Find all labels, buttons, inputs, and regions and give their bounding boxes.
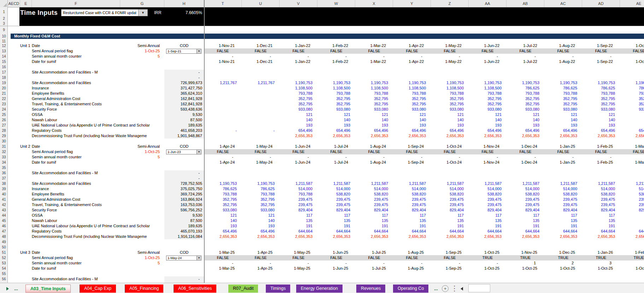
value-cell[interactable]: 352,795 <box>431 96 464 101</box>
value-cell[interactable]: 2,656,353 <box>431 133 464 139</box>
sumif-date-cell[interactable]: 1-Oct-25 <box>507 266 537 271</box>
value-cell[interactable]: 352,795 <box>507 101 539 107</box>
value-cell[interactable]: 538,820 <box>317 192 350 197</box>
flag-cell[interactable]: FALSE <box>582 48 620 54</box>
column-header-E[interactable]: E <box>20 0 32 7</box>
value-cell[interactable]: 1,108,500 <box>355 86 388 91</box>
flag-cell[interactable]: FALSE <box>280 255 317 260</box>
row-header-40[interactable]: 40 <box>0 192 8 197</box>
flag-cell[interactable]: FALSE <box>544 48 582 54</box>
value-cell[interactable]: 786,625 <box>544 86 577 91</box>
value-cell[interactable]: 644,664 <box>582 229 615 234</box>
date-cell[interactable]: 1-Jun-24 <box>280 144 310 149</box>
counter-cell[interactable]: - <box>469 260 498 266</box>
column-header-H[interactable]: H <box>164 0 204 7</box>
counter-cell[interactable]: 1 <box>507 260 536 266</box>
h-dash-cell[interactable]: - <box>164 176 200 181</box>
row-total[interactable]: 87,500 <box>164 218 202 223</box>
row-header-42[interactable]: 42 <box>0 202 8 207</box>
value-cell[interactable]: 239,475 <box>544 202 577 207</box>
date-cell[interactable]: 1-Feb-25 <box>582 144 613 149</box>
value-cell[interactable]: 654,496 <box>204 229 237 234</box>
value-cell[interactable]: 193 <box>620 123 644 128</box>
counter-cell[interactable]: - <box>242 260 271 266</box>
value-cell[interactable]: 239,475 <box>431 202 464 207</box>
value-cell[interactable]: 2,656,353 <box>507 234 539 239</box>
value-cell[interactable]: 121 <box>582 112 615 117</box>
value-cell[interactable]: 654,496 <box>280 128 312 133</box>
scenario-dropdown[interactable]: Resturctured Case with CCR & FOMR update… <box>61 9 148 16</box>
value-cell[interactable]: 1,190,753 <box>242 181 275 186</box>
value-cell[interactable]: 538,820 <box>620 192 644 197</box>
row-header-20[interactable]: 20 <box>0 86 8 91</box>
value-cell[interactable]: 829,404 <box>280 207 312 213</box>
value-cell[interactable]: 121 <box>544 112 577 117</box>
row-header-24[interactable]: 24 <box>0 107 8 112</box>
sumif-date-cell[interactable]: 1-Sep-22 <box>582 59 613 64</box>
column-header-Y[interactable]: Y <box>393 0 431 7</box>
sumif-date-cell[interactable]: 1-Dec-21 <box>242 59 273 64</box>
row-total[interactable]: 189,635 <box>164 223 202 229</box>
value-cell[interactable]: 1,211,587 <box>431 181 464 186</box>
sheet-tab-a05-financing[interactable]: A05_Financing <box>125 285 163 293</box>
row-total[interactable]: 728,752,505 <box>164 181 202 186</box>
column-header-AA[interactable]: AA <box>469 0 507 7</box>
value-cell[interactable]: 239,475 <box>620 202 644 207</box>
value-cell[interactable]: 140 <box>431 117 464 123</box>
row-total[interactable]: 371,427,750 <box>164 86 202 91</box>
value-cell[interactable]: 793,788 <box>204 192 237 197</box>
value-cell[interactable]: 193 <box>393 123 426 128</box>
value-cell[interactable]: 1,211,587 <box>280 181 312 186</box>
value-cell[interactable]: 1,108,500 <box>393 86 426 91</box>
sheet-tab-a03-time-inputs[interactable]: A03_Time Inputs <box>25 285 71 293</box>
counter-cell[interactable]: - <box>393 154 422 160</box>
row-header-37[interactable]: 37 <box>0 176 8 181</box>
sumif-date-cell[interactable]: 1-Sep-25 <box>431 266 462 271</box>
sumif-date-cell[interactable]: 1-Jun-22 <box>469 59 499 64</box>
flag-cell[interactable]: TRUE <box>620 255 644 260</box>
date-cell[interactable]: 1-Aug-25 <box>393 250 424 255</box>
value-cell[interactable]: 239,475 <box>355 202 388 207</box>
value-cell[interactable]: 352,795 <box>242 202 275 207</box>
date-cell[interactable]: 1-Aug-22 <box>544 43 575 48</box>
value-cell[interactable]: 2,656,353 <box>355 133 388 139</box>
sumif-date-cell[interactable]: 1-Jan-22 <box>280 59 310 64</box>
sumif-date-cell[interactable]: 1-May-25 <box>280 266 310 271</box>
row-total[interactable]: 369,724,295 <box>164 192 202 197</box>
flag-cell[interactable]: FALSE <box>431 48 469 54</box>
row-header-17[interactable]: 17 <box>0 70 8 75</box>
value-cell[interactable]: 793,788 <box>469 91 502 96</box>
flag-cell[interactable]: FALSE <box>469 48 507 54</box>
row-header-31[interactable]: 31 <box>0 144 8 149</box>
value-cell[interactable]: 135 <box>469 218 502 223</box>
row-header-1[interactable]: 1 <box>0 7 8 16</box>
value-cell[interactable]: 352,795 <box>620 96 644 101</box>
value-cell[interactable]: 193 <box>431 123 464 128</box>
value-cell[interactable]: 1,190,753 <box>393 80 426 86</box>
tab-options-dots-icon[interactable]: ••• <box>454 285 455 292</box>
row-header-22[interactable]: 22 <box>0 96 8 101</box>
value-cell[interactable]: 1,190,753 <box>317 80 350 86</box>
sumif-date-cell[interactable]: 1-Feb-25 <box>582 160 613 165</box>
value-cell[interactable]: 829,404 <box>544 207 577 213</box>
value-cell[interactable]: 352,795 <box>544 96 577 101</box>
row-total[interactable]: 596,756,252 <box>164 207 202 213</box>
counter-cell[interactable]: - <box>393 260 422 266</box>
flag-cell[interactable]: FALSE <box>355 149 393 154</box>
row-header-34[interactable]: 34 <box>0 160 8 165</box>
value-cell[interactable]: 2,656,353 <box>469 133 502 139</box>
flag-cell[interactable]: TRUE <box>582 255 620 260</box>
row-header-32[interactable]: 32 <box>0 149 8 154</box>
value-cell[interactable]: 352,795 <box>204 202 237 207</box>
sumif-date-cell[interactable]: 1-Jul-22 <box>507 59 537 64</box>
value-cell[interactable]: 2,656,353 <box>620 133 644 139</box>
sumif-date-cell[interactable]: 1-Aug-25 <box>393 266 424 271</box>
value-cell[interactable]: 352,795 <box>469 101 502 107</box>
date-cell[interactable]: 1-Mar-25 <box>204 250 235 255</box>
counter-cell[interactable]: - <box>204 154 233 160</box>
row-header-48[interactable]: 48 <box>0 234 8 239</box>
sumif-date-cell[interactable]: 1-May-22 <box>431 59 462 64</box>
date-cell[interactable]: 1-Mar-22 <box>355 43 386 48</box>
value-cell[interactable]: 239,475 <box>582 197 615 202</box>
flag-cell[interactable]: FALSE <box>620 48 644 54</box>
